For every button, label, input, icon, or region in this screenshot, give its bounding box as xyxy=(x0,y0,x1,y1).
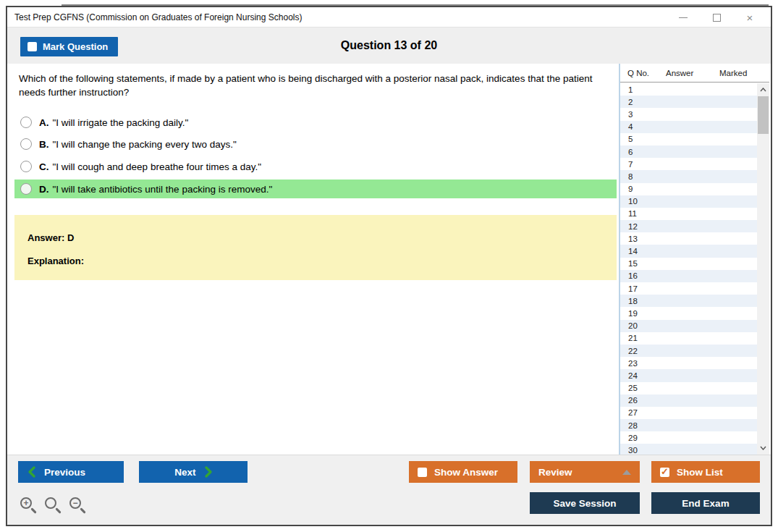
row-question-number: 27 xyxy=(620,408,656,417)
chevron-left-icon xyxy=(28,466,35,478)
row-question-number: 25 xyxy=(620,384,656,392)
option-d-highlighted[interactable]: D. "I will take antibiotics until the pa… xyxy=(14,180,617,198)
question-list-row[interactable]: 6 xyxy=(620,145,757,158)
row-question-number: 5 xyxy=(620,135,656,143)
show-answer-label: Show Answer xyxy=(434,467,498,478)
scrollbar-thumb[interactable] xyxy=(758,96,769,134)
close-button[interactable]: × xyxy=(733,7,766,28)
question-list-row[interactable]: 23 xyxy=(620,357,757,369)
end-exam-button[interactable]: End Exam xyxy=(651,492,760,514)
row-question-number: 10 xyxy=(620,197,656,206)
previous-button[interactable]: Previous xyxy=(18,461,124,483)
option-c[interactable]: C. "I will cough and deep breathe four t… xyxy=(14,157,617,176)
header-bar: Question 13 of 20 Mark Question xyxy=(7,28,771,64)
show-answer-checkbox[interactable] xyxy=(418,468,427,477)
mark-question-button[interactable]: Mark Question xyxy=(20,37,118,56)
row-question-number: 8 xyxy=(620,172,656,181)
scroll-up-icon[interactable] xyxy=(757,84,769,96)
question-list-row[interactable]: 2 xyxy=(620,96,757,108)
zoom-toolbar: + − xyxy=(20,497,87,515)
question-list-row[interactable]: 20 xyxy=(620,320,757,332)
row-question-number: 29 xyxy=(620,434,656,442)
scrollbar[interactable] xyxy=(757,83,769,455)
option-letter: D. xyxy=(39,184,49,195)
question-list-row[interactable]: 24 xyxy=(620,369,757,381)
row-question-number: 6 xyxy=(620,148,656,156)
question-list-row[interactable]: 28 xyxy=(620,419,757,431)
row-question-number: 24 xyxy=(620,371,656,380)
question-list-row[interactable]: 12 xyxy=(620,220,757,232)
option-letter: A. xyxy=(39,117,49,128)
show-list-checkbox[interactable] xyxy=(660,468,669,477)
column-answer: Answer xyxy=(666,69,693,77)
answer-panel: Answer: D Explanation: xyxy=(14,215,617,280)
row-question-number: 9 xyxy=(620,185,656,193)
review-dropdown-button[interactable]: Review xyxy=(530,461,640,483)
question-list: 1234567891011121314151617181920212223242… xyxy=(620,83,757,455)
row-question-number: 3 xyxy=(620,110,656,119)
radio-icon[interactable] xyxy=(20,183,32,195)
dropdown-arrow-icon xyxy=(622,470,631,475)
question-list-row[interactable]: 9 xyxy=(620,183,757,195)
question-list-row[interactable]: 21 xyxy=(620,332,757,345)
mark-question-checkbox[interactable] xyxy=(28,42,37,51)
radio-icon[interactable] xyxy=(20,117,32,128)
previous-label: Previous xyxy=(44,467,85,478)
save-session-button[interactable]: Save Session xyxy=(530,492,640,514)
question-list-row[interactable]: 16 xyxy=(620,270,757,282)
next-button[interactable]: Next xyxy=(139,461,248,483)
row-question-number: 4 xyxy=(620,122,656,131)
radio-icon[interactable] xyxy=(20,138,32,150)
question-list-row[interactable]: 15 xyxy=(620,258,757,270)
question-list-row[interactable]: 11 xyxy=(620,208,757,220)
show-answer-button[interactable]: Show Answer xyxy=(409,461,517,483)
question-list-row[interactable]: 17 xyxy=(620,282,757,295)
question-list-row[interactable]: 26 xyxy=(620,394,757,407)
row-question-number: 16 xyxy=(620,271,656,280)
question-list-row[interactable]: 1 xyxy=(620,83,757,96)
question-list-row[interactable]: 25 xyxy=(620,382,757,394)
row-question-number: 22 xyxy=(620,347,656,355)
minimize-button[interactable] xyxy=(667,7,700,28)
row-question-number: 7 xyxy=(620,160,656,169)
question-list-row[interactable]: 7 xyxy=(620,158,757,170)
window-title: Test Prep CGFNS (Commission on Graduates… xyxy=(14,7,302,28)
question-list-row[interactable]: 5 xyxy=(620,133,757,145)
question-list-row[interactable]: 30 xyxy=(620,444,757,455)
question-list-row[interactable]: 27 xyxy=(620,407,757,419)
option-a[interactable]: A. "I will irrigate the packing daily." xyxy=(14,113,617,132)
question-list-row[interactable]: 13 xyxy=(620,232,757,245)
row-question-number: 2 xyxy=(620,98,656,106)
row-question-number: 11 xyxy=(620,209,656,218)
question-list-panel: Q No. Answer Marked 12345678910111213141… xyxy=(619,64,769,455)
zoom-in-icon[interactable]: + xyxy=(20,497,38,515)
maximize-button[interactable] xyxy=(700,7,733,28)
question-list-row[interactable]: 4 xyxy=(620,121,757,133)
row-question-number: 17 xyxy=(620,284,656,293)
row-question-number: 30 xyxy=(620,446,656,455)
question-list-row[interactable]: 8 xyxy=(620,170,757,182)
option-b[interactable]: B. "I will change the packing every two … xyxy=(14,135,617,153)
magnifier-icon[interactable] xyxy=(45,497,62,515)
show-list-button[interactable]: Show List xyxy=(651,461,760,483)
option-letter: C. xyxy=(39,161,49,172)
row-question-number: 28 xyxy=(620,421,656,430)
question-list-row[interactable]: 3 xyxy=(620,108,757,120)
question-list-row[interactable]: 19 xyxy=(620,307,757,319)
zoom-out-icon[interactable]: − xyxy=(69,497,87,515)
question-list-row[interactable]: 10 xyxy=(620,195,757,208)
row-question-number: 21 xyxy=(620,334,656,342)
title-bar: Test Prep CGFNS (Commission on Graduates… xyxy=(7,7,771,28)
question-text: Which of the following statements, if ma… xyxy=(19,72,620,100)
end-exam-label: End Exam xyxy=(682,498,729,509)
question-list-row[interactable]: 29 xyxy=(620,431,757,444)
question-list-row[interactable]: 22 xyxy=(620,345,757,357)
row-question-number: 14 xyxy=(620,247,656,256)
question-list-row[interactable]: 18 xyxy=(620,295,757,307)
row-question-number: 26 xyxy=(620,396,656,405)
radio-icon[interactable] xyxy=(20,161,32,172)
app-window: Test Prep CGFNS (Commission on Graduates… xyxy=(6,6,772,526)
scroll-down-icon[interactable] xyxy=(757,442,769,454)
question-list-row[interactable]: 14 xyxy=(620,245,757,257)
answer-label: Answer: D xyxy=(28,232,74,243)
